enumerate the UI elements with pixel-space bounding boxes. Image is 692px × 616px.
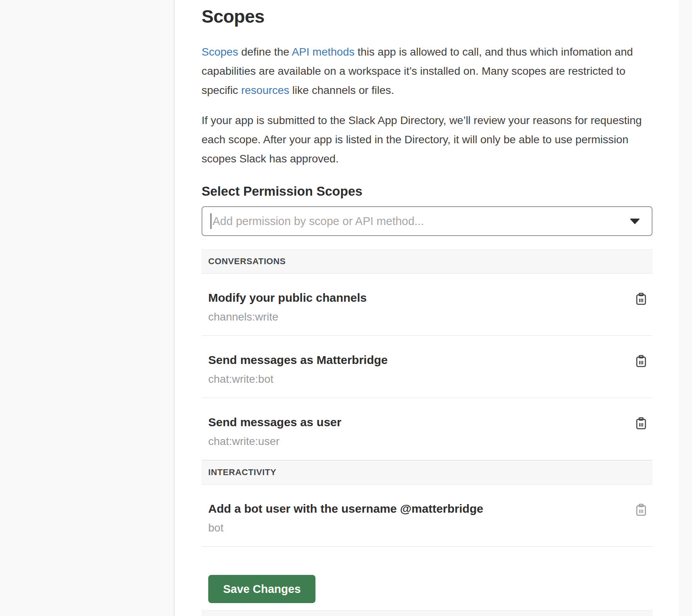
delete-scope-button[interactable] (635, 503, 647, 518)
trash-icon (635, 417, 647, 430)
scope-section-label: CONVERSATIONS (208, 256, 286, 267)
scope-title: Send messages as Matterbridge (208, 353, 388, 367)
scope-search-wrap (202, 206, 652, 236)
left-sidebar (0, 0, 175, 616)
scope-section: CONVERSATIONS Modify your public channel… (202, 249, 652, 460)
scope-row: Modify your public channels channels:wri… (202, 274, 652, 336)
scope-title: Send messages as user (208, 415, 341, 429)
select-permission-scopes-heading: Select Permission Scopes (202, 184, 652, 199)
trash-icon (635, 292, 647, 306)
scope-code: bot (208, 521, 483, 535)
caret-down-icon[interactable] (630, 218, 640, 224)
intro-paragraph-2: If your app is submitted to the Slack Ap… (202, 111, 652, 168)
scope-section-header: CONVERSATIONS (202, 249, 652, 274)
scope-search-input[interactable] (202, 206, 652, 236)
scope-code: channels:write (208, 310, 367, 324)
delete-scope-button[interactable] (635, 355, 647, 369)
scope-row: Send messages as Matterbridge chat:write… (202, 336, 652, 398)
scopes-list: CONVERSATIONS Modify your public channel… (202, 249, 652, 547)
next-section-band (202, 610, 652, 616)
trash-icon (635, 355, 647, 368)
delete-scope-button[interactable] (635, 292, 647, 307)
scope-row: Send messages as user chat:write:user (202, 398, 652, 460)
intro-text: define the (238, 46, 292, 58)
scope-code: chat:write:bot (208, 373, 388, 386)
page-title: Scopes (202, 6, 652, 27)
scope-section-label: INTERACTIVITY (208, 467, 276, 477)
resources-link[interactable]: resources (241, 84, 289, 96)
intro-paragraph-1: Scopes define the API methods this app i… (202, 42, 652, 100)
scope-title: Modify your public channels (208, 291, 367, 305)
intro-text: like channels or files. (289, 84, 394, 96)
scope-title: Add a bot user with the username @matter… (208, 502, 483, 516)
trash-icon (635, 503, 647, 517)
scope-section-header: INTERACTIVITY (202, 460, 652, 485)
api-methods-link[interactable]: API methods (292, 46, 354, 58)
save-changes-button[interactable]: Save Changes (208, 575, 315, 603)
scopes-panel: Scopes Scopes define the API methods thi… (175, 6, 679, 616)
delete-scope-button[interactable] (635, 417, 647, 431)
page-background-strip (679, 0, 692, 616)
scope-row: Add a bot user with the username @matter… (202, 485, 652, 547)
scopes-link[interactable]: Scopes (202, 46, 238, 58)
scope-section: INTERACTIVITY Add a bot user with the us… (202, 460, 652, 547)
text-cursor (211, 213, 211, 229)
scope-code: chat:write:user (208, 435, 341, 448)
